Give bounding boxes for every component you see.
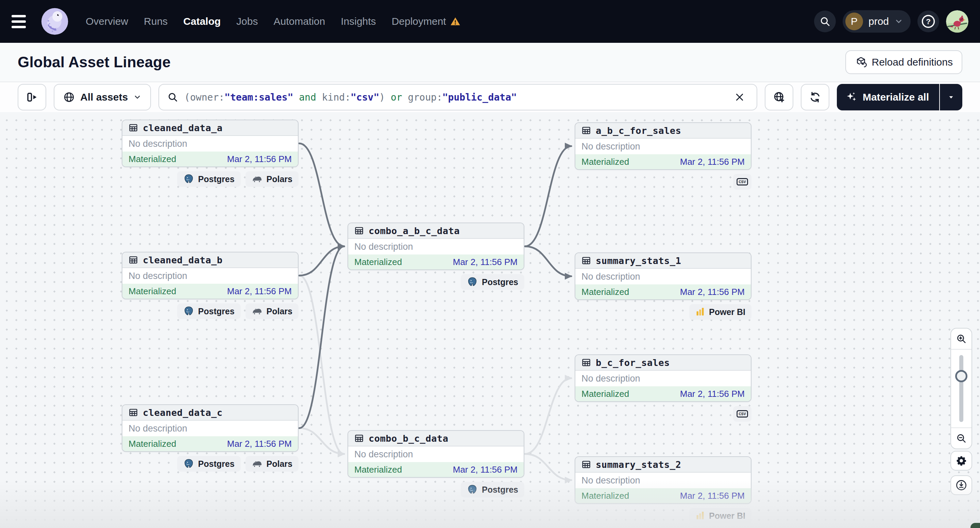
nav-item-label: Insights (341, 16, 376, 27)
zoom-slider[interactable] (951, 349, 972, 428)
materialize-all-button[interactable]: Materialize all (837, 84, 939, 110)
search-button[interactable] (814, 11, 836, 32)
lineage-edge-cleaned_data_a-to-combo_a_b_c_data (299, 143, 344, 246)
asset-node-header: cleaned_data_c (123, 405, 298, 421)
asset-timestamp: Mar 2, 11:56 PM (227, 439, 292, 449)
help-button[interactable]: ? (918, 11, 939, 32)
asset-status: Materialized (354, 257, 402, 267)
asset-node-summary_stats_1[interactable]: summary_stats_1No descriptionMaterialize… (575, 252, 751, 300)
nav-item-catalog[interactable]: Catalog (183, 16, 221, 27)
asset-search-input[interactable]: (owner:"team:sales" and kind:"csv") or g… (159, 84, 757, 110)
polars-icon (251, 175, 262, 183)
asset-tags-summary_stats_1: Power BI (575, 304, 751, 320)
tag-label: Polars (267, 306, 293, 316)
tag-csv[interactable]: CSV (733, 174, 751, 190)
refresh-icon (809, 91, 821, 103)
zoom-panel (950, 328, 972, 449)
asset-node-a_b_c_for_sales[interactable]: a_b_c_for_salesNo descriptionMaterialize… (575, 122, 751, 170)
tag-polars[interactable]: Polars (245, 171, 299, 187)
deployment-switcher[interactable]: P prod (843, 10, 911, 33)
tag-postgres[interactable]: Postgres (177, 303, 241, 319)
refresh-button[interactable] (801, 84, 829, 110)
nav-item-runs[interactable]: Runs (144, 16, 168, 27)
globe-icon (63, 91, 75, 103)
asset-node-header: combo_a_b_c_data (348, 223, 523, 239)
warning-icon (450, 16, 460, 27)
table-icon (354, 226, 364, 235)
zoom-slider-track[interactable] (959, 355, 963, 422)
asset-node-b_c_for_sales[interactable]: b_c_for_salesNo descriptionMaterializedM… (575, 354, 751, 402)
asset-status-bar: MaterializedMar 2, 11:56 PM (575, 154, 751, 169)
zoom-out-icon (956, 433, 967, 444)
asset-node-cleaned_data_c[interactable]: cleaned_data_cNo descriptionMaterialized… (122, 404, 299, 452)
materialize-options-button[interactable] (940, 84, 963, 110)
powerbi-icon (695, 511, 705, 520)
tag-powerbi[interactable]: Power BI (689, 508, 751, 523)
tag-polars[interactable]: Polars (245, 456, 299, 472)
nav-item-label: Jobs (236, 16, 258, 27)
postgres-icon (183, 306, 194, 317)
tag-polars[interactable]: Polars (245, 303, 299, 319)
tag-postgres[interactable]: Postgres (177, 171, 241, 187)
nav-item-jobs[interactable]: Jobs (236, 16, 258, 27)
query-token: (owner: (184, 92, 224, 103)
asset-timestamp: Mar 2, 11:56 PM (227, 154, 292, 165)
asset-timestamp: Mar 2, 11:56 PM (453, 257, 517, 267)
asset-node-combo_b_c_data[interactable]: combo_b_c_dataNo descriptionMaterialized… (347, 430, 524, 478)
zoom-in-button[interactable] (951, 328, 972, 349)
clear-search-button[interactable] (731, 88, 748, 106)
asset-status: Materialized (581, 287, 629, 297)
asset-node-combo_a_b_c_data[interactable]: combo_a_b_c_dataNo descriptionMaterializ… (347, 222, 524, 270)
dagster-logo-icon[interactable] (41, 8, 69, 35)
table-icon (581, 460, 591, 469)
asset-node-summary_stats_2[interactable]: summary_stats_2No descriptionMaterialize… (575, 456, 751, 504)
tag-label: Postgres (198, 174, 235, 184)
asset-status-bar: MaterializedMar 2, 11:56 PM (575, 488, 751, 503)
tag-postgres[interactable]: Postgres (177, 456, 241, 472)
nav-item-label: Runs (144, 16, 168, 27)
nav-item-deployment[interactable]: Deployment (392, 16, 460, 27)
asset-name: cleaned_data_a (143, 123, 223, 133)
filter-to-selection-button[interactable] (765, 84, 793, 110)
asset-node-header: combo_b_c_data (348, 431, 523, 446)
asset-tags-summary_stats_2: Power BI (575, 508, 751, 523)
asset-scope-dropdown[interactable]: All assets (54, 84, 151, 110)
asset-node-header: summary_stats_1 (575, 253, 751, 269)
tag-powerbi[interactable]: Power BI (689, 304, 751, 320)
lineage-edge-cleaned_data_b-to-combo_b_c_data (299, 276, 344, 454)
asset-timestamp: Mar 2, 11:56 PM (680, 287, 745, 297)
lineage-edge-cleaned_data_c-to-combo_a_b_c_data (299, 246, 344, 428)
query-token: group: (408, 92, 442, 103)
asset-lineage-graph[interactable]: cleaned_data_aNo descriptionMaterialized… (0, 112, 980, 528)
asset-description: No description (575, 473, 751, 488)
table-icon (581, 358, 591, 367)
tag-postgres[interactable]: Postgres (461, 482, 524, 498)
lineage-edge-combo_b_c_data-to-b_c_for_sales (525, 378, 571, 454)
download-image-button[interactable] (950, 475, 972, 495)
nav-item-insights[interactable]: Insights (341, 16, 376, 27)
nav-item-automation[interactable]: Automation (274, 16, 325, 27)
svg-text:CSV: CSV (739, 412, 746, 416)
search-icon (819, 16, 830, 27)
asset-description: No description (575, 139, 751, 154)
zoom-in-icon (956, 333, 967, 344)
menu-icon[interactable] (11, 12, 30, 31)
nav-items: OverviewRunsCatalogJobsAutomationInsight… (86, 16, 460, 27)
asset-description: No description (348, 239, 523, 254)
zoom-slider-thumb[interactable] (955, 370, 967, 382)
tag-postgres[interactable]: Postgres (461, 274, 524, 290)
asset-node-cleaned_data_b[interactable]: cleaned_data_bNo descriptionMaterialized… (122, 252, 299, 299)
nav-item-label: Automation (274, 16, 325, 27)
nav-item-overview[interactable]: Overview (86, 16, 128, 27)
open-asset-panel-button[interactable] (18, 84, 46, 110)
reload-definitions-button[interactable]: Reload definitions (845, 50, 963, 74)
query-token: or (385, 92, 408, 103)
zoom-out-button[interactable] (951, 428, 972, 449)
chat-widget-corner (970, 523, 980, 528)
table-icon (129, 123, 138, 133)
graph-settings-button[interactable] (950, 451, 972, 471)
polars-icon (251, 460, 262, 468)
user-avatar[interactable] (946, 10, 969, 33)
tag-csv[interactable]: CSV (733, 406, 751, 422)
asset-node-cleaned_data_a[interactable]: cleaned_data_aNo descriptionMaterialized… (122, 120, 299, 167)
